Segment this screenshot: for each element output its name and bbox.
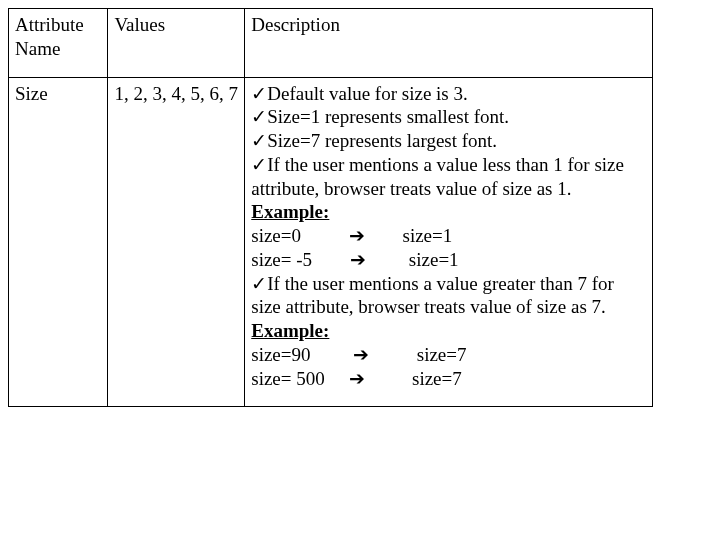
mapping-left: size=90	[251, 344, 310, 365]
mapping-row: size=0 ➔ size=1	[251, 224, 646, 248]
arrow-icon: ➔	[349, 368, 365, 389]
header-description: Description	[245, 9, 653, 78]
bullet-text: Default value for size is 3.	[267, 83, 467, 104]
cell-attribute-name: Size	[9, 77, 108, 407]
arrow-icon: ➔	[349, 225, 365, 246]
header-values: Values	[108, 9, 245, 78]
attribute-table: Attribute Name Values Description Size 1…	[8, 8, 653, 407]
mapping-right: size=7	[417, 344, 467, 365]
mapping-row: size=90 ➔ size=7	[251, 343, 646, 367]
check-icon: ✓	[251, 273, 267, 294]
check-icon: ✓	[251, 83, 267, 104]
arrow-icon: ➔	[353, 344, 369, 365]
bullet-text: If the user mentions a value less than 1…	[251, 154, 624, 199]
mapping-row: size= 500 ➔ size=7	[251, 367, 646, 391]
example-label: Example:	[251, 319, 646, 343]
cell-values: 1, 2, 3, 4, 5, 6, 7	[108, 77, 245, 407]
bullet-text: Size=1 represents smallest font.	[267, 106, 509, 127]
cell-description: ✓Default value for size is 3. ✓Size=1 re…	[245, 77, 653, 407]
mapping-right: size=7	[412, 368, 462, 389]
check-icon: ✓	[251, 130, 267, 151]
arrow-icon: ➔	[350, 249, 366, 270]
header-attribute-name: Attribute Name	[9, 9, 108, 78]
mapping-right: size=1	[409, 249, 459, 270]
check-icon: ✓	[251, 106, 267, 127]
mapping-row: size= -5 ➔ size=1	[251, 248, 646, 272]
example-label: Example:	[251, 200, 646, 224]
mapping-left: size=0	[251, 225, 301, 246]
mapping-right: size=1	[403, 225, 453, 246]
bullet-text: Size=7 represents largest font.	[267, 130, 497, 151]
mapping-left: size= 500	[251, 368, 325, 389]
table-row: Size 1, 2, 3, 4, 5, 6, 7 ✓Default value …	[9, 77, 653, 407]
mapping-left: size= -5	[251, 249, 312, 270]
bullet-text: If the user mentions a value greater tha…	[251, 273, 614, 318]
table-header-row: Attribute Name Values Description	[9, 9, 653, 78]
check-icon: ✓	[251, 154, 267, 175]
